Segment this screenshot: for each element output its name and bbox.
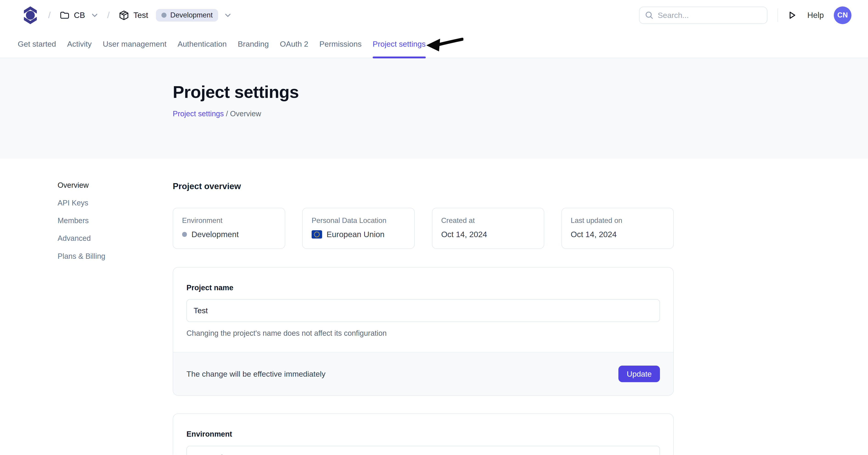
card-value: Oct 14, 2024 (441, 230, 535, 239)
page-title: Project settings (173, 82, 868, 102)
org-switcher[interactable]: CB (60, 10, 98, 20)
footer-note: The change will be effective immediately (186, 370, 326, 378)
project-name-panel: Project name Changing the project's name… (173, 267, 674, 396)
content-area: Overview API Keys Members Advanced Plans… (0, 159, 868, 455)
tab-branding[interactable]: Branding (238, 31, 269, 58)
tab-project-settings[interactable]: Project settings (373, 31, 426, 58)
search-input[interactable] (658, 11, 762, 20)
breadcrumb-current: Overview (230, 110, 261, 118)
main-panel: Project overview Environment Development… (173, 181, 674, 455)
card-label: Environment (182, 217, 276, 225)
card-label: Last updated on (570, 217, 664, 225)
primary-nav: Get started Activity User management Aut… (0, 31, 868, 58)
section-title: Project overview (173, 181, 674, 192)
breadcrumb-link-project-settings[interactable]: Project settings (173, 110, 224, 118)
environment-dot-icon (182, 232, 187, 237)
breadcrumb-separator: / (226, 110, 228, 118)
folder-icon (60, 11, 69, 20)
sidebar-item-api-keys[interactable]: API Keys (58, 198, 173, 208)
settings-sidebar: Overview API Keys Members Advanced Plans… (58, 181, 173, 455)
annotation-arrow-icon (426, 34, 463, 54)
help-link[interactable]: Help (807, 10, 824, 20)
project-name: Test (133, 10, 148, 20)
breadcrumb-separator: / (48, 10, 51, 20)
card-label: Personal Data Location (312, 217, 405, 225)
environment-select[interactable]: Development (186, 446, 660, 455)
environment-panel: Environment Development (173, 414, 674, 455)
chevron-down-icon (92, 13, 98, 18)
search-box[interactable] (639, 7, 768, 24)
sidebar-item-advanced[interactable]: Advanced (58, 234, 173, 243)
org-name: CB (74, 10, 85, 20)
project-name-label: Project name (186, 284, 660, 292)
user-avatar[interactable]: CN (834, 6, 851, 24)
breadcrumb-separator: / (107, 10, 110, 20)
card-environment: Environment Development (173, 208, 285, 249)
tab-oauth2[interactable]: OAuth 2 (280, 31, 308, 58)
card-last-updated: Last updated on Oct 14, 2024 (561, 208, 674, 249)
environment-dot-icon (161, 12, 166, 18)
app-logo-icon[interactable] (22, 5, 38, 25)
top-header: / CB / Test (0, 0, 868, 31)
sidebar-item-plans-billing[interactable]: Plans & Billing (58, 252, 173, 261)
card-personal-data-location: Personal Data Location (302, 208, 414, 249)
project-name-input[interactable] (186, 299, 660, 322)
project-name-footer: The change will be effective immediately… (173, 352, 673, 395)
environment-badge: Development (156, 9, 218, 22)
card-value: European Union (312, 230, 405, 239)
sidebar-item-members[interactable]: Members (58, 216, 173, 225)
tab-user-management[interactable]: User management (103, 31, 166, 58)
page-hero: Project settings Project settings / Over… (0, 58, 868, 158)
eu-flag-icon (312, 230, 322, 238)
tab-permissions[interactable]: Permissions (319, 31, 362, 58)
header-divider (777, 8, 778, 22)
chevron-down-icon (225, 13, 231, 18)
breadcrumb: Project settings / Overview (173, 110, 868, 118)
sidebar-item-overview[interactable]: Overview (58, 181, 173, 190)
package-icon (119, 10, 129, 20)
overview-cards: Environment Development Personal Data Lo… (173, 208, 674, 249)
card-label: Created at (441, 217, 535, 225)
project-name-helper: Changing the project's name does not aff… (186, 329, 660, 352)
card-value: Oct 14, 2024 (570, 230, 664, 239)
tab-get-started[interactable]: Get started (18, 31, 56, 58)
update-button[interactable]: Update (618, 366, 660, 382)
play-icon[interactable] (788, 11, 796, 20)
environment-label: Environment (186, 430, 660, 438)
environment-select-value: Development (203, 453, 249, 455)
tab-activity[interactable]: Activity (67, 31, 92, 58)
app-root: / CB / Test (0, 0, 868, 455)
search-icon (645, 11, 653, 19)
project-switcher[interactable]: Test Development (119, 9, 231, 22)
card-created-at: Created at Oct 14, 2024 (432, 208, 544, 249)
tab-authentication[interactable]: Authentication (178, 31, 227, 58)
card-value: Development (182, 230, 276, 239)
